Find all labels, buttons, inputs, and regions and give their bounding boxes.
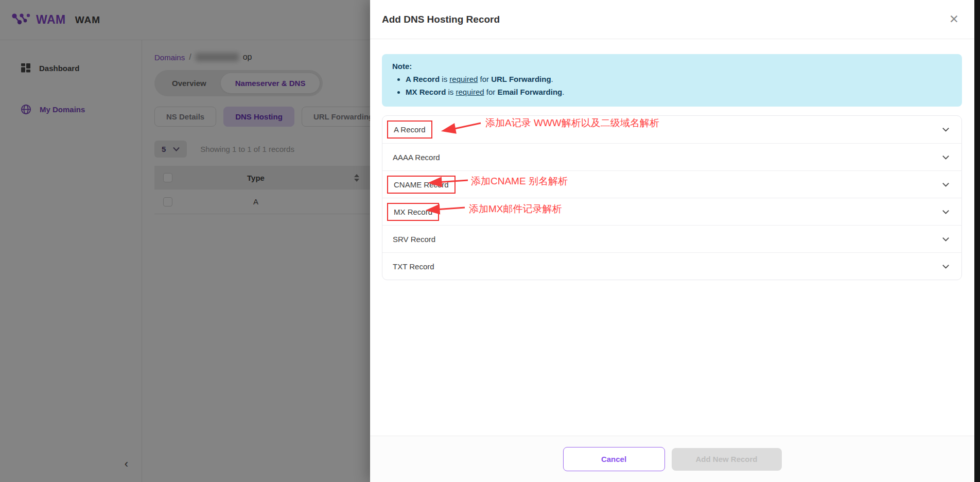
accordion-label-cname-record: CNAME Record xyxy=(387,176,456,194)
chevron-down-icon xyxy=(941,153,950,162)
close-icon[interactable]: ✕ xyxy=(949,13,959,25)
accordion-item-mx-record[interactable]: MX Record xyxy=(382,198,961,225)
screen-edge-strip xyxy=(974,0,980,482)
modal-header: Add DNS Hosting Record ✕ xyxy=(370,0,974,39)
cancel-button[interactable]: Cancel xyxy=(563,447,665,471)
note-box: Note: A Record is required for URL Forwa… xyxy=(382,54,962,107)
add-new-record-button[interactable]: Add New Record xyxy=(672,448,782,471)
note-bullet-a-record: A Record is required for URL Forwarding. xyxy=(406,73,952,85)
chevron-down-icon xyxy=(941,208,950,216)
note-bullet-mx-record: MX Record is required for Email Forwardi… xyxy=(406,85,952,98)
accordion-item-cname-record[interactable]: CNAME Record xyxy=(382,170,961,198)
accordion-label-aaaa-record: AAAA Record xyxy=(393,153,440,162)
accordion-item-txt-record[interactable]: TXT Record xyxy=(382,252,961,280)
chevron-down-icon xyxy=(941,262,950,271)
chevron-down-icon xyxy=(941,235,950,244)
accordion-label-txt-record: TXT Record xyxy=(393,262,434,271)
accordion-item-aaaa-record[interactable]: AAAA Record xyxy=(382,143,961,170)
add-dns-record-modal: Add DNS Hosting Record ✕ Note: A Record … xyxy=(370,0,974,482)
record-type-accordion: A Record AAAA Record CNAME Record MX Rec… xyxy=(382,115,962,280)
accordion-item-srv-record[interactable]: SRV Record xyxy=(382,225,961,252)
note-list: A Record is required for URL Forwarding.… xyxy=(406,73,952,98)
accordion-label-a-record: A Record xyxy=(387,120,432,139)
note-heading: Note: xyxy=(392,62,952,71)
modal-body: Note: A Record is required for URL Forwa… xyxy=(370,39,974,280)
accordion-item-a-record[interactable]: A Record xyxy=(382,116,961,143)
chevron-down-icon xyxy=(941,180,950,189)
accordion-label-mx-record: MX Record xyxy=(387,203,439,221)
chevron-down-icon xyxy=(941,125,950,134)
accordion-label-srv-record: SRV Record xyxy=(393,235,435,244)
modal-title: Add DNS Hosting Record xyxy=(382,14,500,25)
modal-footer: Cancel Add New Record xyxy=(370,436,974,482)
